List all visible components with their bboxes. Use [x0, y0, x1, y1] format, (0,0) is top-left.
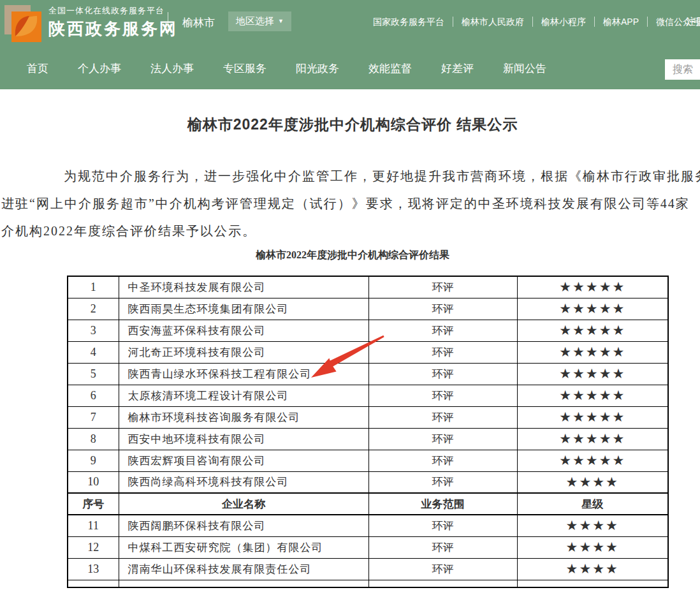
cell-business-scope: 环评	[368, 385, 517, 406]
site-logo-icon[interactable]	[4, 3, 45, 44]
nav-items: 首页个人办事法人办事专区服务阳光政务效能监督好差评新闻公告	[27, 48, 546, 89]
header-link[interactable]: 国家政务服务平台	[365, 17, 453, 27]
register-link[interactable]: 注册	[686, 16, 700, 28]
page: 全国一体化在线政务服务平台 陕西政务服务网 榆林市 地区选择▼ 国家政务服务平台…	[0, 0, 700, 604]
current-city-label: 榆林市	[182, 15, 215, 30]
cell-business-scope: 环评	[368, 515, 517, 536]
page-title: 榆林市2022年度涉批中介机构综合评价 结果公示	[0, 115, 700, 135]
header-links: 国家政务服务平台榆林市人民政府榆林小程序榆林APP微信公众号	[365, 17, 700, 27]
region-selector-label: 地区选择	[236, 15, 274, 26]
cell-star-rating: ★★★★★	[517, 320, 668, 341]
table-row: 5陕西青山绿水环保科技工程有限公司环评★★★★★	[68, 363, 668, 385]
cell-index: 7	[68, 406, 119, 428]
cell-business-scope: 环评	[368, 363, 517, 385]
cell-index: 12	[68, 536, 119, 558]
header-link[interactable]: 榆林APP	[595, 17, 648, 27]
site-header: 全国一体化在线政务服务平台 陕西政务服务网 榆林市 地区选择▼ 国家政务服务平台…	[0, 0, 700, 48]
cell-index: 5	[68, 363, 119, 385]
cell-business-scope: 环评	[368, 298, 517, 320]
table-row: 7榆林市环境科技咨询服务有限公司环评★★★★★	[68, 406, 668, 428]
cell-index: 13	[68, 558, 119, 580]
cell-business-scope: 环评	[368, 558, 517, 580]
cell-index: 8	[68, 428, 119, 450]
header-divider	[168, 12, 168, 35]
nav-item[interactable]: 个人办事	[78, 61, 121, 76]
cell-star-rating: ★★★★★	[517, 450, 668, 471]
platform-label: 全国一体化在线政务服务平台	[48, 5, 178, 17]
cell-index: 9	[68, 450, 119, 471]
table-row: 11陕西阔鹏环保科技有限公司环评★★★★	[68, 515, 668, 536]
cell-business-scope: 环评	[368, 536, 517, 558]
cell-index: 6	[68, 385, 119, 406]
cell-company-name: 太原核清环境工程设计有限公司	[119, 385, 368, 406]
table-row: 9陕西宏辉项目咨询有限公司环评★★★★★	[68, 450, 668, 471]
chevron-down-icon: ▼	[278, 18, 284, 24]
header-link[interactable]: 榆林小程序	[533, 17, 595, 27]
table-row-partial	[68, 580, 668, 587]
cell-company-name: 河北奇正环境科技有限公司	[119, 341, 368, 363]
cell-company-name: 西安海蓝环保科技有限公司	[119, 320, 368, 341]
nav-item[interactable]: 新闻公告	[503, 61, 546, 76]
header-link[interactable]: 榆林市人民政府	[453, 17, 533, 27]
cell-empty	[68, 580, 119, 587]
table-row: 3西安海蓝环保科技有限公司环评★★★★★	[68, 320, 668, 341]
cell-company-name: 陕西尚绿高科环境科技有限公司	[119, 471, 368, 493]
nav-item[interactable]: 专区服务	[223, 61, 266, 76]
table-row: 10陕西尚绿高科环境科技有限公司环评★★★★	[68, 471, 668, 493]
paragraph-line-3: 介机构2022年度综合评价结果予以公示。	[1, 223, 256, 240]
cell-star-rating: ★★★★★	[517, 363, 668, 385]
search-input[interactable]	[665, 59, 700, 80]
cell-index: 3	[68, 320, 119, 341]
main-nav: 首页个人办事法人办事专区服务阳光政务效能监督好差评新闻公告	[0, 48, 700, 89]
cell-company-name: 中圣环境科技发展有限公司	[119, 276, 368, 298]
cell-company-name: 陕西阔鹏环保科技有限公司	[119, 515, 368, 536]
cell-star-rating: ★★★★	[517, 515, 668, 536]
table-row: 6太原核清环境工程设计有限公司环评★★★★★	[68, 385, 668, 406]
cell-empty	[119, 580, 368, 587]
cell-company-name: 陕西青山绿水环保科技工程有限公司	[119, 363, 368, 385]
table-caption: 榆林市2022年度涉批中介机构综合评价结果	[0, 249, 700, 262]
cell-index: 1	[68, 276, 119, 298]
cell-business-scope: 环评	[368, 406, 517, 428]
cell-index: 11	[68, 515, 119, 536]
table-header-row: 序号企业名称业务范围星级	[68, 493, 668, 515]
cell-business-scope: 环评	[368, 320, 517, 341]
column-header: 业务范围	[368, 493, 517, 515]
paragraph-line-1: 为规范中介服务行为，进一步强化中介监管工作，更好地提升我市营商环境，根据《榆林市…	[64, 168, 700, 185]
cell-company-name: 陕西雨昊生态环境集团有限公司	[119, 298, 368, 320]
nav-item[interactable]: 法人办事	[150, 61, 194, 76]
site-name: 陕西政务服务网	[48, 18, 178, 40]
cell-business-scope: 环评	[368, 428, 517, 450]
nav-item[interactable]: 好差评	[441, 61, 474, 76]
cell-empty	[368, 580, 517, 587]
cell-business-scope: 环评	[368, 450, 517, 471]
column-header: 星级	[517, 493, 668, 515]
nav-item[interactable]: 阳光政务	[296, 61, 339, 76]
evaluation-results-table: 1中圣环境科技发展有限公司环评★★★★★2陕西雨昊生态环境集团有限公司环评★★★…	[67, 276, 669, 588]
cell-business-scope: 环评	[368, 341, 517, 363]
cell-company-name: 陕西宏辉项目咨询有限公司	[119, 450, 368, 471]
nav-item[interactable]: 效能监督	[368, 61, 412, 76]
nav-item[interactable]: 首页	[27, 61, 48, 76]
cell-empty	[517, 580, 668, 587]
cell-index: 4	[68, 341, 119, 363]
table-row: 8西安中地环境科技有限公司环评★★★★★	[68, 428, 668, 450]
site-title-block: 全国一体化在线政务服务平台 陕西政务服务网	[48, 5, 178, 40]
cell-star-rating: ★★★★	[517, 471, 668, 493]
cell-star-rating: ★★★★★	[517, 406, 668, 428]
cell-business-scope: 环评	[368, 471, 517, 493]
cell-star-rating: ★★★★★	[517, 428, 668, 450]
paragraph-line-2: 进驻“网上中介服务超市”中介机构考评管理规定（试行）》要求，现将评定的中圣环境科…	[1, 195, 690, 212]
cell-star-rating: ★★★★★	[517, 341, 668, 363]
table-row: 12中煤科工西安研究院（集团）有限公司环评★★★★	[68, 536, 668, 558]
table-row: 13渭南华山环保科技发展有限责任公司环评★★★★	[68, 558, 668, 580]
table-row: 2陕西雨昊生态环境集团有限公司环评★★★★★	[68, 298, 668, 320]
column-header: 序号	[68, 493, 119, 515]
cell-company-name: 榆林市环境科技咨询服务有限公司	[119, 406, 368, 428]
cell-star-rating: ★★★★	[517, 558, 668, 580]
cell-index: 2	[68, 298, 119, 320]
cell-index: 10	[68, 471, 119, 493]
region-selector-button[interactable]: 地区选择▼	[228, 11, 291, 31]
cell-business-scope: 环评	[368, 276, 517, 298]
cell-star-rating: ★★★★★	[517, 276, 668, 298]
